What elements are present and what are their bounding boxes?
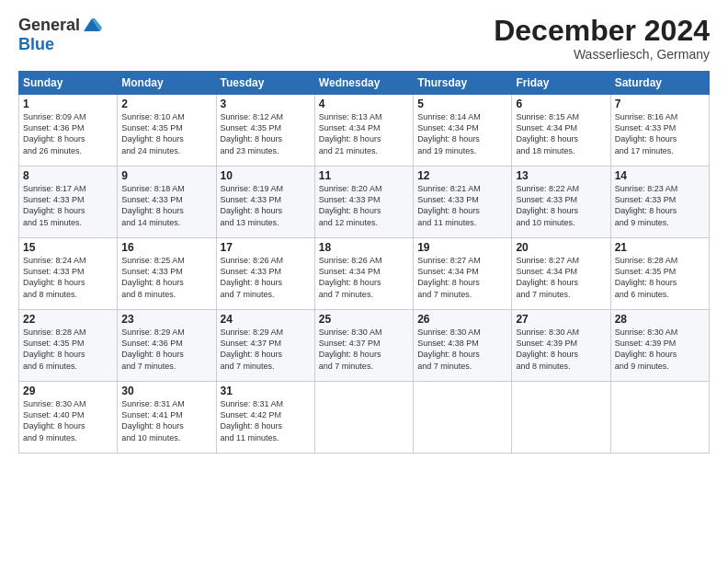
- calendar-cell: 14Sunrise: 8:23 AMSunset: 4:33 PMDayligh…: [610, 167, 709, 238]
- day-info: Sunrise: 8:26 AMSunset: 4:33 PMDaylight:…: [221, 255, 311, 300]
- calendar-cell: 8Sunrise: 8:17 AMSunset: 4:33 PMDaylight…: [19, 167, 118, 238]
- calendar-cell: 7Sunrise: 8:16 AMSunset: 4:33 PMDaylight…: [610, 95, 709, 167]
- day-number: 26: [417, 313, 507, 326]
- calendar-cell: [314, 382, 413, 454]
- day-info: Sunrise: 8:16 AMSunset: 4:33 PMDaylight:…: [615, 111, 705, 156]
- logo-general-text: General: [18, 16, 80, 35]
- day-number: 29: [23, 385, 113, 397]
- day-info: Sunrise: 8:28 AMSunset: 4:35 PMDaylight:…: [23, 327, 113, 372]
- col-header-wednesday: Wednesday: [314, 72, 413, 95]
- logo-blue-text: Blue: [18, 35, 54, 54]
- day-info: Sunrise: 8:23 AMSunset: 4:33 PMDaylight:…: [615, 183, 705, 228]
- day-number: 3: [221, 98, 311, 110]
- day-info: Sunrise: 8:29 AMSunset: 4:36 PMDaylight:…: [121, 327, 211, 372]
- day-info: Sunrise: 8:29 AMSunset: 4:37 PMDaylight:…: [221, 327, 311, 372]
- day-number: 24: [221, 313, 311, 326]
- day-number: 25: [319, 313, 409, 326]
- day-info: Sunrise: 8:10 AMSunset: 4:35 PMDaylight:…: [121, 111, 211, 156]
- calendar-cell: 30Sunrise: 8:31 AMSunset: 4:41 PMDayligh…: [118, 382, 216, 454]
- calendar-cell: [512, 382, 610, 454]
- day-number: 14: [615, 169, 705, 182]
- day-info: Sunrise: 8:30 AMSunset: 4:38 PMDaylight:…: [417, 327, 507, 372]
- calendar-cell: 1Sunrise: 8:09 AMSunset: 4:36 PMDaylight…: [19, 95, 118, 167]
- calendar-cell: 3Sunrise: 8:12 AMSunset: 4:35 PMDaylight…: [216, 95, 314, 167]
- day-info: Sunrise: 8:21 AMSunset: 4:33 PMDaylight:…: [417, 183, 507, 228]
- col-header-tuesday: Tuesday: [216, 72, 314, 95]
- day-info: Sunrise: 8:13 AMSunset: 4:34 PMDaylight:…: [319, 111, 409, 156]
- calendar-cell: 22Sunrise: 8:28 AMSunset: 4:35 PMDayligh…: [19, 310, 118, 382]
- calendar-cell: 12Sunrise: 8:21 AMSunset: 4:33 PMDayligh…: [414, 167, 512, 238]
- calendar-cell: 10Sunrise: 8:19 AMSunset: 4:33 PMDayligh…: [216, 167, 314, 238]
- col-header-sunday: Sunday: [19, 72, 118, 95]
- day-info: Sunrise: 8:26 AMSunset: 4:34 PMDaylight:…: [319, 255, 409, 300]
- day-info: Sunrise: 8:30 AMSunset: 4:40 PMDaylight:…: [23, 398, 113, 443]
- location: Wasserliesch, Germany: [494, 47, 710, 62]
- day-number: 9: [121, 169, 211, 182]
- day-number: 1: [23, 98, 113, 110]
- day-number: 19: [417, 241, 507, 254]
- day-info: Sunrise: 8:27 AMSunset: 4:34 PMDaylight:…: [417, 255, 507, 300]
- calendar-cell: 29Sunrise: 8:30 AMSunset: 4:40 PMDayligh…: [19, 382, 118, 454]
- logo-icon: [82, 15, 102, 35]
- col-header-friday: Friday: [512, 72, 610, 95]
- day-info: Sunrise: 8:30 AMSunset: 4:39 PMDaylight:…: [516, 327, 606, 372]
- calendar-cell: 27Sunrise: 8:30 AMSunset: 4:39 PMDayligh…: [512, 310, 610, 382]
- day-info: Sunrise: 8:14 AMSunset: 4:34 PMDaylight:…: [417, 111, 507, 156]
- day-info: Sunrise: 8:20 AMSunset: 4:33 PMDaylight:…: [319, 183, 409, 228]
- day-info: Sunrise: 8:09 AMSunset: 4:36 PMDaylight:…: [23, 111, 113, 156]
- calendar-cell: 5Sunrise: 8:14 AMSunset: 4:34 PMDaylight…: [414, 95, 512, 167]
- calendar-cell: 21Sunrise: 8:28 AMSunset: 4:35 PMDayligh…: [610, 238, 709, 310]
- day-number: 17: [221, 241, 311, 254]
- calendar-cell: 4Sunrise: 8:13 AMSunset: 4:34 PMDaylight…: [314, 95, 413, 167]
- day-info: Sunrise: 8:12 AMSunset: 4:35 PMDaylight:…: [221, 111, 311, 156]
- calendar-cell: 24Sunrise: 8:29 AMSunset: 4:37 PMDayligh…: [216, 310, 314, 382]
- day-info: Sunrise: 8:19 AMSunset: 4:33 PMDaylight:…: [221, 183, 311, 228]
- day-number: 4: [319, 98, 409, 110]
- day-info: Sunrise: 8:28 AMSunset: 4:35 PMDaylight:…: [615, 255, 705, 300]
- day-info: Sunrise: 8:25 AMSunset: 4:33 PMDaylight:…: [121, 255, 211, 300]
- calendar-cell: 2Sunrise: 8:10 AMSunset: 4:35 PMDaylight…: [118, 95, 216, 167]
- day-info: Sunrise: 8:17 AMSunset: 4:33 PMDaylight:…: [23, 183, 113, 228]
- day-info: Sunrise: 8:22 AMSunset: 4:33 PMDaylight:…: [516, 183, 606, 228]
- day-info: Sunrise: 8:30 AMSunset: 4:39 PMDaylight:…: [615, 327, 705, 372]
- calendar-cell: 23Sunrise: 8:29 AMSunset: 4:36 PMDayligh…: [118, 310, 216, 382]
- day-number: 15: [23, 241, 113, 254]
- day-info: Sunrise: 8:15 AMSunset: 4:34 PMDaylight:…: [516, 111, 606, 156]
- calendar-cell: 13Sunrise: 8:22 AMSunset: 4:33 PMDayligh…: [512, 167, 610, 238]
- day-number: 22: [23, 313, 113, 326]
- day-number: 10: [221, 169, 311, 182]
- calendar-cell: 19Sunrise: 8:27 AMSunset: 4:34 PMDayligh…: [414, 238, 512, 310]
- col-header-monday: Monday: [118, 72, 216, 95]
- calendar-table: SundayMondayTuesdayWednesdayThursdayFrid…: [18, 71, 710, 454]
- header: General Blue December 2024 Wasserliesch,…: [18, 15, 710, 62]
- day-number: 18: [319, 241, 409, 254]
- day-number: 30: [121, 385, 211, 397]
- calendar-cell: 25Sunrise: 8:30 AMSunset: 4:37 PMDayligh…: [314, 310, 413, 382]
- page: General Blue December 2024 Wasserliesch,…: [0, 0, 728, 563]
- calendar-cell: 6Sunrise: 8:15 AMSunset: 4:34 PMDaylight…: [512, 95, 610, 167]
- day-number: 8: [23, 169, 113, 182]
- calendar-cell: 11Sunrise: 8:20 AMSunset: 4:33 PMDayligh…: [314, 167, 413, 238]
- calendar-cell: 26Sunrise: 8:30 AMSunset: 4:38 PMDayligh…: [414, 310, 512, 382]
- calendar-cell: 31Sunrise: 8:31 AMSunset: 4:42 PMDayligh…: [216, 382, 314, 454]
- day-info: Sunrise: 8:31 AMSunset: 4:41 PMDaylight:…: [121, 398, 211, 443]
- day-number: 13: [516, 169, 606, 182]
- calendar-cell: 16Sunrise: 8:25 AMSunset: 4:33 PMDayligh…: [118, 238, 216, 310]
- day-number: 21: [615, 241, 705, 254]
- day-number: 11: [319, 169, 409, 182]
- day-number: 7: [615, 98, 705, 110]
- calendar-cell: 28Sunrise: 8:30 AMSunset: 4:39 PMDayligh…: [610, 310, 709, 382]
- calendar-cell: 18Sunrise: 8:26 AMSunset: 4:34 PMDayligh…: [314, 238, 413, 310]
- col-header-saturday: Saturday: [610, 72, 709, 95]
- day-number: 20: [516, 241, 606, 254]
- logo: General Blue: [18, 15, 102, 54]
- day-info: Sunrise: 8:30 AMSunset: 4:37 PMDaylight:…: [319, 327, 409, 372]
- day-number: 6: [516, 98, 606, 110]
- day-number: 28: [615, 313, 705, 326]
- day-number: 12: [417, 169, 507, 182]
- day-info: Sunrise: 8:18 AMSunset: 4:33 PMDaylight:…: [121, 183, 211, 228]
- calendar-cell: [610, 382, 709, 454]
- calendar-cell: 15Sunrise: 8:24 AMSunset: 4:33 PMDayligh…: [19, 238, 118, 310]
- day-number: 2: [121, 98, 211, 110]
- day-info: Sunrise: 8:31 AMSunset: 4:42 PMDaylight:…: [221, 398, 311, 443]
